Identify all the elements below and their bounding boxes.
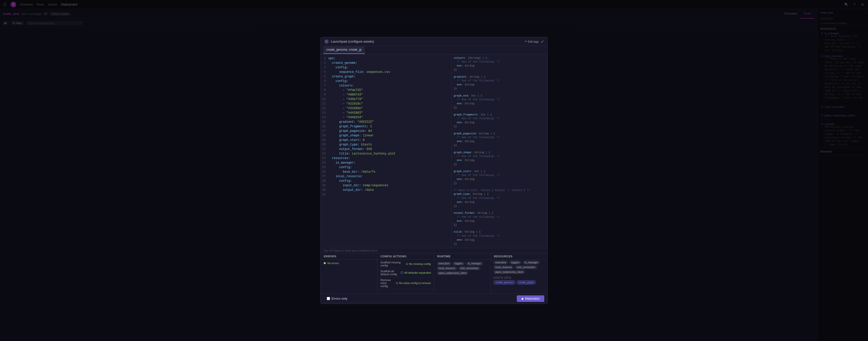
code-line-30: 30 output_dir: /data — [321, 188, 452, 192]
schema-gradient: gradient: String | { /* One of the follo… — [454, 75, 545, 91]
scaffold-missing-row: Scaffold missing config ⊙ No missing con… — [377, 260, 434, 268]
code-line-23: 23 resources: — [321, 156, 452, 161]
hint-bar: Use Ctrl+Space to show auto-completions … — [321, 248, 547, 253]
modal-title: Launchpad (configure assets) — [331, 40, 523, 43]
code-line-15: 15 gradient: "#822222" — [321, 120, 452, 124]
code-line-6: 6 config: — [321, 79, 452, 83]
runtime-tag[interactable]: ncbi_connection — [458, 266, 480, 270]
schema-graph-pagesize: graph_pagesize: String | { /* One of the… — [454, 132, 545, 148]
schema-graph-start: graph_start: Int | { /* One of the follo… — [454, 170, 545, 185]
config-actions-panel: CONFIG ACTIONS: Scaffold missing config … — [377, 253, 434, 293]
code-line-25: 25 config: — [321, 165, 452, 170]
code-line-7: 7 colours: — [321, 83, 452, 88]
errors-header: ERRORS — [321, 253, 377, 260]
code-line-12: 12 - "#31688e" — [321, 106, 452, 111]
code-line-9: 9 - "#000743" — [321, 93, 452, 97]
code-line-4: 4 sequence_file: sequences.csv — [321, 70, 452, 74]
schema-graph-fragments: graph_fragments: Int | { /* One of the f… — [454, 113, 545, 129]
no-errors-item: No errors — [324, 262, 374, 265]
code-line-20: 20 graph_type: blastn — [321, 142, 452, 147]
code-line-26: 26 base_dir: /data/fs — [321, 170, 452, 174]
code-line-10: 10 - "#35b779" — [321, 97, 452, 102]
code-line-31: 31 — [321, 192, 452, 197]
error-dot — [324, 262, 326, 264]
scaffold-missing-value: ⊙ No missing config — [406, 262, 431, 266]
bottom-section: ERRORS No errors CONFIG ACTIONS: Scaffol… — [321, 253, 547, 293]
modal-body: 1ops: 2 create_genome: 3 config: 4 seque… — [321, 54, 547, 248]
resources-tag: pipes_subprocess_client — [493, 270, 525, 274]
code-line-27: 27 local_resource: — [321, 174, 452, 179]
errors-only-checkbox[interactable] — [327, 297, 330, 300]
assets-tags: create_genomecreate_graph — [493, 280, 545, 284]
resources-tag: local_resource — [493, 265, 514, 269]
schema-output-format: output_format: String | { /* One of the … — [454, 211, 545, 227]
modal-expand-button[interactable]: ⤢ — [541, 40, 544, 44]
code-line-5: 5 create_graph: — [321, 74, 452, 79]
ok-icon-2: ⊙ — [396, 281, 398, 285]
assets-ops-label: ASSETS (OPS) — [493, 276, 545, 279]
tag-icon: ✏ — [525, 40, 527, 43]
schema-colours: colours: [String] | { /* One of the foll… — [454, 56, 545, 72]
no-errors-text: No errors — [327, 262, 339, 265]
runtime-tags: executionloggersio_managerlocal_resource… — [434, 260, 491, 277]
runtime-tag[interactable]: io_manager — [466, 262, 483, 265]
materialize-bar: Errors only ◆ Materialize — [321, 293, 547, 304]
modal-overlay[interactable]: ✕ Launchpad (configure assets) ✏ Edit ta… — [0, 0, 868, 341]
assets-section: ASSETS (OPS) create_genomecreate_graph — [491, 275, 547, 286]
info-icon: ⓘ — [400, 271, 403, 275]
schema-panel: colours: [String] | { /* One of the foll… — [452, 54, 547, 248]
materialize-button[interactable]: ◆ Materialize — [517, 295, 544, 302]
code-line-2: 2 create_genome: — [321, 61, 452, 65]
code-line-11: 11 - "#21918c" — [321, 102, 452, 106]
code-line-14: 14 - "#440154" — [321, 115, 452, 120]
runtime-tag[interactable]: execution — [437, 262, 452, 265]
runtime-panel: RUNTIME executionloggersio_managerlocal_… — [434, 253, 491, 293]
errors-only-row: Errors only — [324, 295, 517, 302]
resources-tag: execution — [493, 261, 508, 264]
runtime-tag[interactable]: loggers — [453, 262, 465, 265]
code-line-29: 29 input_dir: temp/sequences — [321, 183, 452, 188]
code-line-13: 13 - "#443983" — [321, 111, 452, 115]
ok-icon: ⊙ — [406, 262, 408, 266]
scaffold-default-value: ⓘ All defaults expanded — [400, 271, 431, 275]
remove-extra-row: Remove extra config ⊙ No extra config to… — [377, 277, 434, 289]
scaffold-default-row: Scaffold all default config ⓘ All defaul… — [377, 268, 434, 277]
resources-tag: ncbi_connection — [515, 265, 537, 269]
resources-tags: executionloggersio_managerlocal_resource… — [491, 260, 547, 275]
code-line-1: 1ops: — [321, 56, 452, 61]
code-line-24: 24 io_manager: — [321, 161, 452, 165]
remove-extra-value: ⊙ No extra config to remove — [396, 281, 431, 285]
resources-header: RESOURCES — [491, 253, 547, 260]
errors-panel: ERRORS No errors — [321, 253, 377, 293]
code-line-21: 21 output_format: SVG — [321, 147, 452, 151]
runtime-tag[interactable]: local_resource — [437, 266, 457, 270]
modal-tab-config[interactable]: create_genome, create_gr — [323, 46, 365, 54]
schema-graph-shape: graph_shape: String | { /* One of the fo… — [454, 151, 545, 167]
schema-title: title: String | { /* One of the followin… — [454, 230, 545, 246]
code-line-19: 19 graph_start: 0 — [321, 138, 452, 142]
errors-only-label[interactable]: Errors only — [332, 297, 347, 300]
runtime-tag[interactable]: pipes_subprocess_client — [437, 271, 469, 275]
schema-content: colours: [String] | { /* One of the foll… — [452, 54, 547, 248]
assets-tag[interactable]: create_genome — [493, 280, 516, 284]
resources-tag: loggers — [509, 261, 522, 264]
code-line-17: 17 graph_pagesize: A4 — [321, 129, 452, 133]
scaffold-missing-label: Scaffold missing config — [380, 261, 403, 267]
code-editor[interactable]: 1ops: 2 create_genome: 3 config: 4 seque… — [321, 54, 452, 248]
code-line-3: 3 config: — [321, 65, 452, 70]
materialize-icon: ◆ — [521, 297, 524, 300]
edit-tags-button[interactable]: ✏ Edit tags — [525, 40, 539, 43]
code-line-8: 8 - "#fde725" — [321, 88, 452, 93]
runtime-header: RUNTIME — [434, 253, 491, 260]
remove-extra-label: Remove extra config — [380, 278, 393, 287]
modal-tab-bar: create_genome, create_gr — [321, 46, 547, 54]
resources-panel: RESOURCES executionloggersio_managerloca… — [491, 253, 547, 293]
modal-close-button[interactable]: ✕ — [324, 39, 329, 44]
code-line-18: 18 graph_shape: linear — [321, 133, 452, 138]
modal-header: ✕ Launchpad (configure assets) ✏ Edit ta… — [321, 37, 547, 46]
assets-tag[interactable]: create_graph — [517, 280, 536, 284]
modal: ✕ Launchpad (configure assets) ✏ Edit ta… — [320, 37, 548, 304]
schema-graph-type: /* Data to plot. Values:['blastn' | 'bla… — [454, 189, 545, 208]
code-line-28: 28 config: — [321, 179, 452, 183]
code-line-22: 22 title: Lactococcus_hynteny.plot — [321, 151, 452, 156]
